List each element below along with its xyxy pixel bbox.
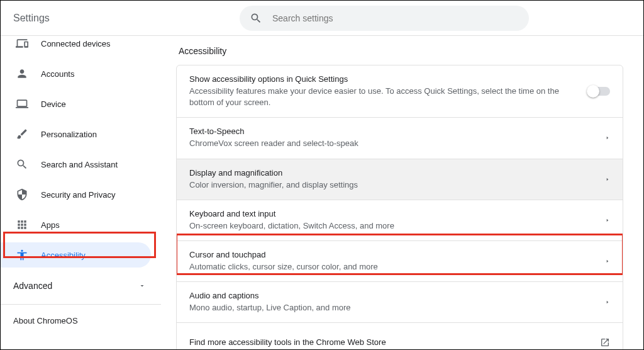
row-title: Keyboard and text input: [189, 209, 605, 218]
search-input[interactable]: [272, 13, 519, 23]
row-text: Cursor and touchpad Automatic clicks, cu…: [189, 250, 605, 273]
person-icon: [16, 67, 28, 80]
row-title: Cursor and touchpad: [189, 250, 605, 259]
shield-icon: [16, 188, 28, 201]
sidebar-item-label: Accessibility: [41, 251, 86, 260]
row-text: Show accessibility options in Quick Sett…: [189, 74, 581, 108]
advanced-label: Advanced: [13, 281, 52, 291]
sidebar-item-label: Security and Privacy: [41, 190, 116, 200]
sidebar-item-accounts[interactable]: Accounts: [1, 61, 151, 86]
sidebar-advanced[interactable]: Advanced: [1, 273, 161, 298]
row-text: Audio and captions Mono audio, startup, …: [189, 291, 605, 313]
row-title: Text-to-Speech: [189, 127, 605, 136]
row-text-to-speech[interactable]: Text-to-Speech ChromeVox screen reader a…: [177, 118, 623, 159]
row-keyboard-text[interactable]: Keyboard and text input On-screen keyboa…: [177, 200, 623, 241]
layout: Connected devices Accounts Device Person…: [1, 36, 643, 349]
chevron-down-icon: [138, 282, 146, 290]
sidebar-item-label: Connected devices: [41, 39, 111, 48]
sidebar-item-label: Search and Assistant: [41, 160, 118, 169]
row-text: Display and magnification Color inversio…: [189, 168, 605, 191]
sidebar-item-connected-devices[interactable]: Connected devices: [1, 31, 151, 56]
sidebar-item-security-privacy[interactable]: Security and Privacy: [1, 182, 151, 207]
section-title: Accessibility: [179, 46, 623, 56]
settings-card: Show accessibility options in Quick Sett…: [176, 65, 623, 349]
row-web-store[interactable]: Find more accessibility tools in the Chr…: [177, 323, 623, 349]
row-display-magnification[interactable]: Display and magnification Color inversio…: [177, 159, 623, 200]
chevron-right-icon: [605, 257, 610, 265]
sidebar-item-personalization[interactable]: Personalization: [1, 121, 151, 147]
row-title: Display and magnification: [189, 168, 605, 178]
page-title: Settings: [13, 13, 50, 24]
devices-icon: [16, 37, 28, 50]
search-box[interactable]: [240, 6, 529, 31]
chevron-right-icon: [605, 217, 610, 224]
sidebar-item-accessibility[interactable]: Accessibility: [1, 242, 151, 268]
row-cursor-touchpad[interactable]: Cursor and touchpad Automatic clicks, cu…: [177, 241, 623, 282]
sidebar-item-search-assistant[interactable]: Search and Assistant: [1, 152, 151, 177]
search-icon: [16, 158, 28, 171]
sidebar-item-apps[interactable]: Apps: [1, 212, 151, 237]
row-subtitle: ChromeVox screen reader and select-to-sp…: [189, 138, 605, 149]
main-content: Accessibility Show accessibility options…: [161, 36, 643, 349]
search-icon: [250, 12, 262, 25]
sidebar-item-label: Personalization: [41, 130, 97, 139]
row-title: Audio and captions: [189, 291, 605, 300]
row-title: Show accessibility options in Quick Sett…: [189, 74, 581, 84]
sidebar-item-label: Accounts: [41, 69, 74, 79]
row-subtitle: Automatic clicks, cursor size, cursor co…: [189, 261, 605, 273]
sidebar-item-device[interactable]: Device: [1, 91, 151, 116]
about-label: About ChromeOS: [13, 316, 78, 325]
row-text: Keyboard and text input On-screen keyboa…: [189, 209, 605, 232]
row-subtitle: On-screen keyboard, dictation, Switch Ac…: [189, 220, 605, 232]
open-external-icon: [600, 337, 610, 347]
brush-icon: [16, 128, 28, 140]
row-subtitle: Accessibility features make your device …: [189, 86, 581, 108]
sidebar-item-label: Device: [41, 99, 66, 109]
row-title: Find more accessibility tools in the Chr…: [189, 337, 600, 347]
chevron-right-icon: [605, 298, 610, 306]
row-audio-captions[interactable]: Audio and captions Mono audio, startup, …: [177, 282, 623, 323]
laptop-icon: [16, 98, 28, 110]
divider: [1, 304, 161, 305]
row-subtitle: Mono audio, startup, Live Caption, and m…: [189, 302, 605, 313]
apps-icon: [16, 218, 28, 231]
chevron-right-icon: [605, 134, 610, 142]
row-text: Find more accessibility tools in the Chr…: [189, 337, 600, 347]
row-text: Text-to-Speech ChromeVox screen reader a…: [189, 127, 605, 149]
row-quick-settings[interactable]: Show accessibility options in Quick Sett…: [177, 65, 623, 118]
sidebar-item-label: Apps: [41, 220, 60, 230]
row-subtitle: Color inversion, magnifier, and display …: [189, 179, 605, 191]
chevron-right-icon: [605, 176, 610, 183]
sidebar: Connected devices Accounts Device Person…: [1, 36, 161, 349]
sidebar-about[interactable]: About ChromeOS: [1, 310, 161, 332]
accessibility-icon: [16, 249, 28, 261]
toggle-off[interactable]: [589, 87, 610, 96]
